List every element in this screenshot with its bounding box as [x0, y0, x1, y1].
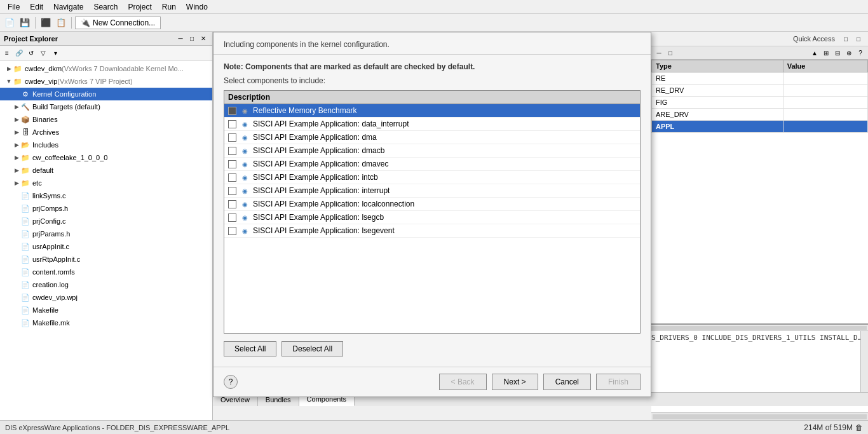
prop-row-re-drv[interactable]: RE_DRV — [652, 85, 868, 97]
exp-menu-btn[interactable]: ▾ — [50, 48, 61, 59]
component-checkbox-10[interactable] — [228, 227, 236, 235]
menu-edit[interactable]: Edit — [25, 1, 48, 13]
toolbar-btn-3[interactable]: ⬛ — [39, 16, 53, 30]
next-button[interactable]: Next > — [492, 374, 538, 390]
right-scrollbar[interactable] — [651, 412, 868, 420]
exp-filter-btn[interactable]: ▽ — [37, 48, 49, 59]
bottom-scroll-v[interactable] — [860, 331, 868, 392]
component-checkbox-4[interactable] — [228, 147, 236, 155]
component-checkbox-8[interactable] — [228, 200, 236, 208]
component-item-3[interactable]: ◉ SISCI API Example Application: dma — [224, 131, 640, 144]
component-checkbox-3[interactable] — [228, 133, 236, 142]
exp-collapse-btn[interactable]: ≡ — [1, 48, 13, 59]
component-checkbox-1[interactable] — [228, 107, 236, 115]
tree-item-content-romfs[interactable]: 📄 content.romfs — [0, 266, 212, 278]
tree-item-kernel-config[interactable]: ⚙ Kernel Configuration — [0, 88, 212, 100]
tree-item-etc[interactable]: ▶ 📁 etc — [0, 177, 212, 189]
panel-controls: ─ □ ✕ — [175, 34, 208, 44]
finish-button[interactable]: Finish — [596, 374, 641, 390]
component-checkbox-9[interactable] — [228, 214, 236, 222]
tree-item-default[interactable]: ▶ 📁 default — [0, 164, 212, 177]
panel-maximize-btn[interactable]: □ — [187, 34, 197, 44]
menu-navigate[interactable]: Navigate — [48, 1, 88, 13]
menu-run[interactable]: Run — [157, 1, 181, 13]
component-item-1[interactable]: ◉ Reflective Memory Benchmark — [224, 104, 640, 118]
build-icon: 🔨 — [20, 102, 31, 112]
tree-item-creation-log[interactable]: 📄 creation.log — [0, 278, 212, 291]
toolbar-new-btn[interactable]: 📄 — [3, 16, 17, 30]
menu-search[interactable]: Search — [88, 1, 123, 13]
component-checkbox-5[interactable] — [228, 160, 236, 168]
props-ctrl-3[interactable]: ⊟ — [832, 48, 843, 58]
tree-item-cwdev-vip[interactable]: ▼ 📁 cwdev_vip (VxWorks 7 VIP Project) — [0, 75, 212, 88]
rt-btn-1[interactable]: □ — [840, 33, 851, 44]
tree-item-linksyms[interactable]: 📄 linkSyms.c — [0, 189, 212, 202]
component-item-8[interactable]: ◉ SISCI API Example Application: localco… — [224, 198, 640, 211]
menu-file[interactable]: File — [3, 1, 25, 13]
file-icon: 📄 — [20, 305, 31, 315]
menu-window[interactable]: Windo — [181, 1, 213, 13]
tree-item-build-targets[interactable]: ▶ 🔨 Build Targets (default) — [0, 100, 212, 113]
panel-close-btn[interactable]: ✕ — [198, 34, 208, 44]
toolbar-btn-4[interactable]: 📋 — [54, 16, 68, 30]
menu-project[interactable]: Project — [123, 1, 156, 13]
tree-item-prjconfig[interactable]: 📄 prjConfig.c — [0, 215, 212, 227]
tree-sublabel: (VxWorks 7 Downloadable Kernel Mo... — [62, 65, 184, 72]
tree-item-archives[interactable]: ▶ 🗄 Archives — [0, 126, 212, 139]
props-ctrl-4[interactable]: ⊕ — [844, 48, 854, 58]
component-item-5[interactable]: ◉ SISCI API Example Application: dmavec — [224, 158, 640, 171]
component-list[interactable]: ◉ Reflective Memory Benchmark ◉ SISCI AP… — [224, 104, 640, 333]
new-connection-button[interactable]: 🔌 New Connection... — [75, 17, 161, 29]
main-toolbar: 📄 💾 ⬛ 📋 🔌 New Connection... — [0, 14, 868, 32]
component-checkbox-2[interactable] — [228, 120, 236, 128]
component-item-9[interactable]: ◉ SISCI API Example Application: lsegcb — [224, 211, 640, 224]
deselect-all-button[interactable]: Deselect All — [281, 341, 343, 356]
exp-link-btn[interactable]: 🔗 — [13, 48, 25, 59]
status-right: 214M of 519M 🗑 — [804, 423, 863, 432]
prop-row-re[interactable]: RE — [652, 72, 868, 85]
props-min-btn[interactable]: ─ — [654, 48, 664, 58]
toolbar-save-btn[interactable]: 💾 — [18, 16, 32, 30]
select-all-button[interactable]: Select All — [224, 341, 276, 356]
tree-item-prjparams[interactable]: 📄 prjParams.h — [0, 227, 212, 240]
prop-row-fig[interactable]: FIG — [652, 97, 868, 109]
props-max-btn[interactable]: □ — [665, 48, 675, 58]
props-ctrl-2[interactable]: ⊞ — [821, 48, 831, 58]
component-item-4[interactable]: ◉ SISCI API Example Application: dmacb — [224, 144, 640, 158]
component-item-7[interactable]: ◉ SISCI API Example Application: interru… — [224, 184, 640, 198]
back-button[interactable]: < Back — [439, 374, 487, 390]
right-toolbar: □ □ — [840, 33, 864, 44]
garbage-collect-icon[interactable]: 🗑 — [855, 423, 863, 432]
exp-sync-btn[interactable]: ↺ — [25, 48, 37, 59]
prop-value-re — [783, 72, 867, 85]
expand-arrow: ▶ — [13, 104, 20, 110]
help-button[interactable]: ? — [224, 375, 238, 389]
tree-item-usrrtpappinit[interactable]: 📄 usrRtpAppInit.c — [0, 253, 212, 266]
file-c-icon: 📄 — [20, 216, 31, 226]
tree-item-cwdev-vip-wpj[interactable]: 📄 cwdev_vip.wpj — [0, 291, 212, 304]
component-item-6[interactable]: ◉ SISCI API Example Application: intcb — [224, 171, 640, 184]
archives-icon: 🗄 — [20, 127, 31, 137]
panel-minimize-btn[interactable]: ─ — [175, 34, 186, 44]
prop-row-appl[interactable]: APPL — [652, 121, 868, 133]
component-checkbox-6[interactable] — [228, 173, 236, 182]
tree-sublabel: (VxWorks 7 VIP Project) — [57, 78, 132, 85]
tree-item-usrappinit[interactable]: 📄 usrAppInit.c — [0, 240, 212, 253]
props-ctrl-5[interactable]: ? — [855, 48, 865, 58]
tree-item-binaries[interactable]: ▶ 📦 Binaries — [0, 113, 212, 126]
tree-label: usrRtpAppInit.c — [32, 255, 80, 263]
props-ctrl-1[interactable]: ▲ — [810, 48, 820, 58]
tree-item-prjcomps[interactable]: 📄 prjComps.h — [0, 202, 212, 215]
cancel-button[interactable]: Cancel — [543, 374, 591, 390]
prop-row-are-drv[interactable]: ARE_DRV — [652, 109, 868, 121]
prop-value-appl — [783, 121, 867, 133]
tree-item-cwdev-dkm[interactable]: ▶ 📁 cwdev_dkm (VxWorks 7 Downloadable Ke… — [0, 62, 212, 75]
component-item-2[interactable]: ◉ SISCI API Example Application: data_in… — [224, 118, 640, 131]
tree-item-makefile[interactable]: 📄 Makefile — [0, 304, 212, 316]
tree-item-includes[interactable]: ▶ 📂 Includes — [0, 139, 212, 151]
tree-item-makefile-mk[interactable]: 📄 Makefile.mk — [0, 316, 212, 329]
rt-btn-2[interactable]: □ — [853, 33, 864, 44]
component-item-10[interactable]: ◉ SISCI API Example Application: lsegeve… — [224, 224, 640, 238]
tree-item-cw-coffeelake[interactable]: ▶ 📁 cw_coffeelake_1_0_0_0 — [0, 151, 212, 164]
component-checkbox-7[interactable] — [228, 187, 236, 195]
